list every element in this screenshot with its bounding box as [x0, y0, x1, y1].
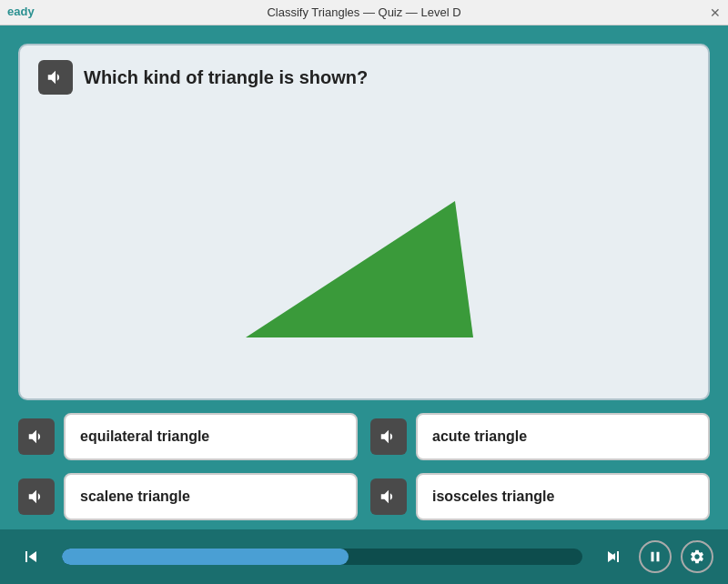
- answer-speaker-1[interactable]: [18, 418, 55, 455]
- main-content: Which kind of triangle is shown? equilat…: [0, 25, 728, 584]
- answer-button-3[interactable]: scalene triangle: [64, 473, 358, 520]
- question-text: Which kind of triangle is shown?: [84, 67, 368, 88]
- answer-button-1[interactable]: equilateral triangle: [64, 413, 358, 460]
- window-title: Classify Triangles — Quiz — Level D: [267, 5, 460, 19]
- pause-button[interactable]: [639, 540, 672, 573]
- bottom-toolbar: [0, 529, 728, 584]
- close-button[interactable]: ✕: [710, 5, 721, 20]
- answer-button-4[interactable]: isosceles triangle: [416, 473, 710, 520]
- settings-button[interactable]: [681, 540, 713, 573]
- progress-bar-fill: [62, 549, 349, 565]
- speaker-icon-3: [26, 487, 46, 507]
- question-row: Which kind of triangle is shown?: [38, 60, 690, 95]
- speaker-icon-4: [379, 487, 399, 507]
- next-button[interactable]: [597, 540, 630, 573]
- progress-bar-container: [62, 549, 582, 565]
- question-speaker-icon: [46, 67, 66, 87]
- question-speaker-button[interactable]: [38, 60, 73, 95]
- prev-button[interactable]: [15, 540, 47, 573]
- answer-row-2: acute triangle: [370, 413, 710, 460]
- answers-grid: equilateral triangle acute triangle scal…: [18, 413, 710, 520]
- triangle-shape: [246, 201, 473, 337]
- answer-row-4: isosceles triangle: [370, 473, 710, 520]
- answer-button-2[interactable]: acute triangle: [416, 413, 710, 460]
- answer-speaker-4[interactable]: [370, 478, 407, 515]
- settings-icon: [689, 549, 705, 565]
- speaker-icon-2: [379, 427, 399, 447]
- answer-speaker-2[interactable]: [370, 418, 407, 455]
- question-card: Which kind of triangle is shown?: [18, 44, 710, 400]
- title-bar: eady Classify Triangles — Quiz — Level D…: [0, 0, 728, 25]
- triangle-svg: [191, 146, 537, 347]
- pause-icon: [647, 549, 663, 565]
- prev-icon: [20, 546, 42, 568]
- answer-speaker-3[interactable]: [18, 478, 55, 515]
- triangle-display: [38, 104, 690, 389]
- app-logo: eady: [7, 5, 35, 18]
- answer-row-3: scalene triangle: [18, 473, 358, 520]
- next-icon: [602, 546, 624, 568]
- answer-row-1: equilateral triangle: [18, 413, 358, 460]
- speaker-icon-1: [26, 427, 46, 447]
